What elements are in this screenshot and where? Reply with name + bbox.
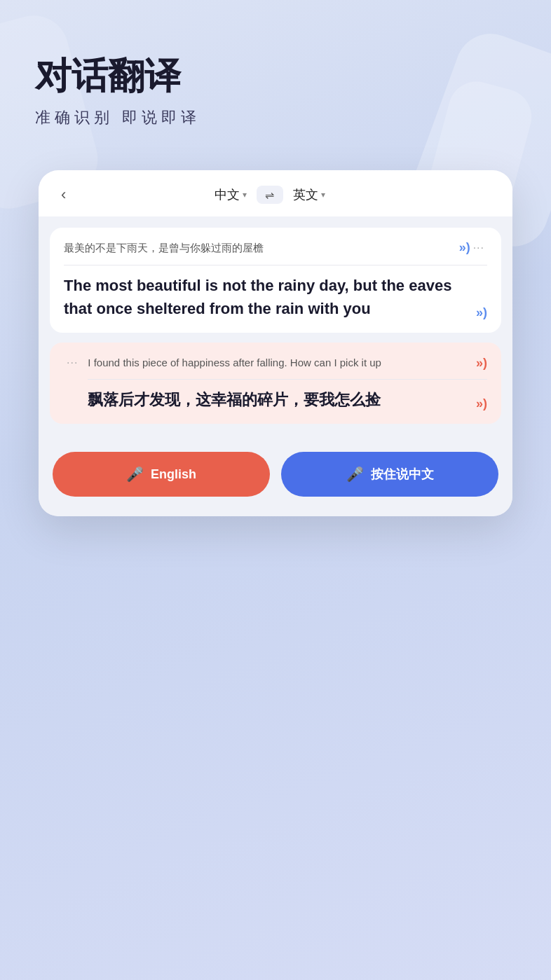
bubble-2-divider <box>88 379 487 380</box>
chinese-mic-icon: 🎤 <box>346 466 364 483</box>
bottom-buttons: 🎤 English 🎤 按住说中文 <box>39 435 512 516</box>
swap-icon: ⇌ <box>265 188 274 202</box>
language-selector: 中文 ▾ ⇌ 英文 ▾ <box>215 186 325 204</box>
page-title: 对话翻译 <box>35 56 516 96</box>
english-button-label: English <box>151 467 196 482</box>
bubble-2-translation-sound-icon[interactable]: ») <box>476 396 487 411</box>
header-section: 对话翻译 准确识别 即说即译 <box>0 0 551 156</box>
speak-chinese-button[interactable]: 🎤 按住说中文 <box>281 452 498 497</box>
bubble-1-divider <box>64 265 487 265</box>
bubble-1-header: 最美的不是下雨天，是曾与你躲过雨的屋檐 ») ··· <box>64 240 487 256</box>
bubble-2-more-button[interactable]: ··· <box>64 355 81 371</box>
lang-right-arrow: ▾ <box>321 190 325 200</box>
english-mic-icon: 🎤 <box>126 466 144 483</box>
lang-left-arrow: ▾ <box>243 190 247 200</box>
chat-area: 最美的不是下雨天，是曾与你躲过雨的屋檐 ») ··· The most beau… <box>39 216 512 435</box>
page-subtitle: 准确识别 即说即译 <box>35 107 516 128</box>
nav-bar: ‹ 中文 ▾ ⇌ 英文 ▾ <box>39 170 512 216</box>
bubble-2-sound-icon[interactable]: ») <box>476 356 487 371</box>
speak-english-button[interactable]: 🎤 English <box>53 452 270 497</box>
bubble-1-more-button[interactable]: ··· <box>470 240 487 256</box>
bubble-1-translation-row: The most beautiful is not the rainy day,… <box>64 274 487 320</box>
lang-right-selector[interactable]: 英文 ▾ <box>293 186 325 203</box>
lang-left-label: 中文 <box>215 186 240 203</box>
swap-button[interactable]: ⇌ <box>257 186 283 204</box>
chinese-button-label: 按住说中文 <box>371 466 434 483</box>
bubble-2-row: ··· I found this piece of happiness afte… <box>64 355 487 412</box>
translation-card: ‹ 中文 ▾ ⇌ 英文 ▾ 最美的不是下雨天，是曾与你躲过雨的屋檐 ») ··· <box>39 170 512 516</box>
bubble-1-translation-sound-icon[interactable]: ») <box>476 305 487 320</box>
message-bubble-2: ··· I found this piece of happiness afte… <box>50 343 501 425</box>
lang-left-selector[interactable]: 中文 ▾ <box>215 186 247 203</box>
back-button[interactable]: ‹ <box>55 183 72 207</box>
lang-right-label: 英文 <box>293 186 318 203</box>
bubble-1-translation: The most beautiful is not the rainy day,… <box>64 274 469 320</box>
bubble-1-sound-icon[interactable]: ») <box>459 240 470 255</box>
bubble-1-original: 最美的不是下雨天，是曾与你躲过雨的屋檐 <box>64 240 452 256</box>
bubble-2-content: I found this piece of happiness after fa… <box>88 355 487 412</box>
bubble-2-original: I found this piece of happiness after fa… <box>88 355 469 371</box>
message-bubble-1: 最美的不是下雨天，是曾与你躲过雨的屋檐 ») ··· The most beau… <box>50 228 501 333</box>
bubble-2-translation: 飘落后才发现，这幸福的碎片，要我怎么捡 <box>88 388 469 411</box>
